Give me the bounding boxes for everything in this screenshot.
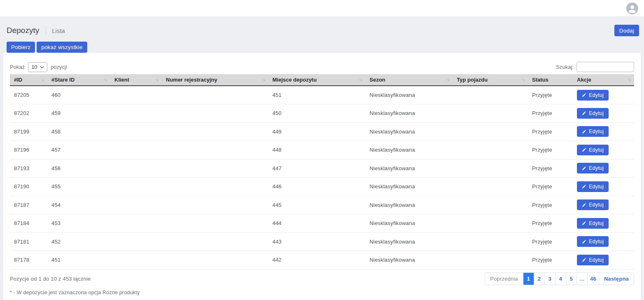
cell-stare-id: 451: [47, 251, 110, 270]
edit-button-label: Edytuj: [589, 257, 604, 263]
column-header[interactable]: Akcje ↑↓: [573, 74, 634, 86]
edit-button[interactable]: Edytuj: [577, 108, 609, 119]
cell-akcje: Edytuj: [573, 196, 634, 214]
cell-status: Przyjęte: [528, 141, 573, 159]
search-input[interactable]: [577, 62, 634, 72]
cell-akcje: Edytuj: [573, 178, 634, 196]
sort-icon: ↑↓: [41, 78, 44, 82]
add-button[interactable]: Dodaj: [614, 25, 639, 36]
pagination-page-2[interactable]: 2: [534, 273, 544, 285]
cell-sezon: Niesklasyfikowana: [365, 122, 453, 141]
column-header-label: Status: [532, 77, 549, 83]
cell-status: Przyjęte: [528, 178, 573, 196]
cell-id: 87205: [10, 86, 47, 104]
sort-icon: ↑↓: [359, 78, 363, 82]
cell-miejsce-depozytu: 445: [268, 196, 365, 214]
cell-sezon: Niesklasyfikowana: [365, 104, 453, 123]
cell-status: Przyjęte: [528, 159, 573, 178]
pagination: Poprzednia12345…46Następna: [485, 272, 634, 285]
pagination-page-46[interactable]: 46: [587, 273, 599, 285]
column-header[interactable]: Klient ↑↓: [110, 74, 162, 86]
sort-icon: ↑↓: [104, 78, 107, 82]
edit-button[interactable]: Edytuj: [577, 126, 609, 137]
table-row: 87187 454 445 Niesklasyfikowana Przyjęte…: [10, 196, 634, 214]
edit-button[interactable]: Edytuj: [577, 181, 609, 192]
cell-sezon: Niesklasyfikowana: [365, 141, 453, 159]
column-header-label: #ID: [14, 77, 22, 83]
cell-sezon: Niesklasyfikowana: [365, 214, 453, 233]
edit-button-label: Edytuj: [589, 129, 604, 134]
sort-icon: ↑↓: [155, 78, 159, 82]
column-header[interactable]: Typ pojazdu ↑↓: [453, 74, 528, 86]
content-card: Pokaż 10 pozycji Szukaj: #ID ↑↓ #Stare I…: [3, 53, 641, 300]
column-header[interactable]: Numer rejestracyjny ↑↓: [162, 74, 268, 86]
edit-button[interactable]: Edytuj: [577, 145, 609, 155]
cell-numer-rejestracyjny: [162, 232, 268, 251]
search-label: Szukaj:: [556, 64, 574, 70]
edit-button[interactable]: Edytuj: [577, 163, 609, 173]
cell-id: 87199: [10, 122, 47, 141]
table-header-row: #ID ↑↓ #Stare ID ↑↓ Klient ↑↓ Numer reje…: [10, 74, 634, 86]
cell-status: Przyjęte: [528, 122, 573, 141]
page-size-select[interactable]: 10: [28, 62, 47, 72]
cell-stare-id: 460: [47, 86, 110, 104]
cell-akcje: Edytuj: [573, 86, 634, 104]
pencil-icon: [582, 166, 586, 171]
column-header[interactable]: Miejsce depozytu ↑↓: [268, 74, 365, 86]
column-header-label: Typ pojazdu: [457, 77, 488, 83]
table-info: Pozycje od 1 do 10 z 453 łącznie: [10, 276, 91, 282]
cell-sezon: Niesklasyfikowana: [365, 86, 453, 104]
cell-klient: [110, 178, 162, 196]
cell-sezon: Niesklasyfikowana: [365, 196, 453, 214]
cell-id: 87202: [10, 104, 47, 123]
pagination-previous[interactable]: Poprzednia: [485, 273, 523, 285]
cell-klient: [110, 232, 162, 251]
cell-stare-id: 452: [47, 232, 110, 251]
show-all-button[interactable]: pokaż wszystkie: [37, 42, 87, 53]
pencil-icon: [582, 258, 586, 262]
cell-numer-rejestracyjny: [162, 214, 268, 233]
cell-typ-pojazdu: [453, 104, 528, 123]
page-size-value: 10: [31, 64, 37, 70]
edit-button[interactable]: Edytuj: [577, 90, 609, 101]
pagination-page-5[interactable]: 5: [566, 273, 577, 285]
column-header[interactable]: Sezon ↑↓: [365, 74, 453, 86]
table-row: 87196 457 448 Niesklasyfikowana Przyjęte…: [10, 141, 634, 159]
edit-button-label: Edytuj: [589, 165, 604, 171]
table-row: 87184 453 444 Niesklasyfikowana Przyjęte…: [10, 214, 634, 233]
edit-button[interactable]: Edytuj: [577, 218, 609, 229]
user-avatar-icon[interactable]: [626, 2, 638, 14]
pagination-ellipsis[interactable]: …: [577, 273, 587, 285]
edit-button-label: Edytuj: [589, 239, 604, 244]
download-button[interactable]: Pobierz: [7, 42, 35, 53]
edit-button[interactable]: Edytuj: [577, 255, 609, 265]
column-header[interactable]: #ID ↑↓: [10, 74, 47, 86]
sort-icon: ↑↓: [446, 78, 450, 82]
cell-id: 87184: [10, 214, 47, 233]
cell-stare-id: 454: [47, 196, 110, 214]
pagination-page-4[interactable]: 4: [555, 273, 566, 285]
breadcrumb: Lista: [52, 27, 65, 34]
column-header-label: Sezon: [370, 77, 385, 83]
column-header-label: Numer rejestracyjny: [166, 77, 217, 83]
chevron-down-icon: [40, 66, 44, 68]
sort-icon: ↑↓: [628, 78, 631, 82]
edit-button[interactable]: Edytuj: [577, 236, 609, 247]
pagination-page-1[interactable]: 1: [523, 273, 534, 285]
topbar: [0, 0, 644, 17]
cell-miejsce-depozytu: 446: [268, 178, 365, 196]
pagination-next[interactable]: Następna: [599, 273, 634, 285]
cell-typ-pojazdu: [453, 196, 528, 214]
column-header[interactable]: Status ↑↓: [528, 74, 573, 86]
cell-typ-pojazdu: [453, 178, 528, 196]
cell-miejsce-depozytu: 444: [268, 214, 365, 233]
edit-button-label: Edytuj: [589, 147, 604, 153]
pagination-page-3[interactable]: 3: [544, 273, 555, 285]
cell-status: Przyjęte: [528, 214, 573, 233]
cell-id: 87181: [10, 232, 47, 251]
cell-miejsce-depozytu: 451: [268, 86, 365, 104]
edit-button-label: Edytuj: [589, 92, 604, 98]
column-header[interactable]: #Stare ID ↑↓: [47, 74, 110, 86]
column-header-label: Miejsce depozytu: [272, 77, 317, 83]
edit-button[interactable]: Edytuj: [577, 199, 609, 210]
